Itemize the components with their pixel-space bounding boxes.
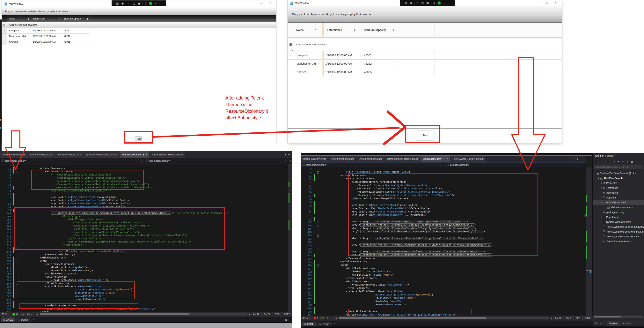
tree-item[interactable]: ◢ ‹› MainWindow.xaml bbox=[593, 200, 644, 205]
tree-item[interactable]: ▷ ‹› App.xaml bbox=[593, 195, 644, 200]
switch-views-icon[interactable]: ⇄ bbox=[608, 160, 612, 163]
grid-row[interactable]: › Manchester Utd. 1/1/1878 12:00:00 AM 7… bbox=[288, 60, 562, 68]
tree-item[interactable]: ⚙ App.config bbox=[593, 190, 644, 195]
minimize-button[interactable]: – bbox=[534, 0, 543, 5]
fold-toggle[interactable]: + bbox=[317, 225, 319, 227]
filter-icon[interactable] bbox=[87, 18, 88, 20]
chevron-down-icon[interactable]: ▾ bbox=[440, 164, 441, 166]
panel-tab[interactable]: Git Chan... bbox=[621, 321, 634, 326]
filter-icon[interactable] bbox=[315, 29, 317, 31]
minimize-button[interactable]: – bbox=[248, 0, 257, 5]
tree-item[interactable]: ▷ ⧉ References bbox=[593, 185, 644, 190]
panel-tab[interactable]: Solution... bbox=[607, 321, 620, 326]
scroll-right-icon[interactable]: ▶ bbox=[248, 313, 251, 315]
add-new-item-row[interactable]: + Click here to add new item bbox=[2, 22, 276, 28]
chevron-down-icon[interactable]: ▾ bbox=[285, 160, 286, 162]
test-button[interactable]: Test bbox=[135, 137, 142, 141]
zoom-select[interactable]: 80 %▾ bbox=[301, 315, 312, 320]
sep-icon[interactable] bbox=[414, 1, 415, 5]
editor-tab[interactable]: System.Windows.xaml × bbox=[357, 156, 384, 162]
live-visual-tree-icon[interactable]: ▤ bbox=[115, 1, 120, 6]
fold-toggle[interactable]: - bbox=[16, 171, 18, 173]
fold-toggle[interactable]: - bbox=[317, 278, 319, 280]
editor-tab[interactable]: TelerikRadGridView.cs × bbox=[0, 151, 28, 158]
horizontal-split-icon[interactable]: ▭ bbox=[288, 319, 290, 321]
close-icon[interactable]: × bbox=[446, 158, 448, 160]
fold-toggle[interactable]: + bbox=[317, 241, 319, 243]
selection-icon[interactable]: ▣ bbox=[137, 1, 142, 6]
column-header-capacity[interactable]: StadiumCapacity bbox=[361, 23, 400, 37]
horizontal-scrollbar[interactable] bbox=[594, 315, 643, 318]
chevron-down-icon[interactable]: ▾ bbox=[141, 160, 142, 162]
editor-tab[interactable]: Telerik.Windo....GridView.xaml × bbox=[450, 156, 486, 162]
tree-item[interactable]: ▦ Solution 'GridViewSample' (1 of 1 bbox=[593, 171, 644, 176]
scroll-left-icon[interactable]: ◀ bbox=[335, 317, 338, 319]
scroll-up-icon[interactable]: ▲ bbox=[288, 164, 292, 166]
filter-icon[interactable] bbox=[392, 29, 394, 31]
gear-icon[interactable]: ⚙ bbox=[288, 153, 290, 156]
maximize-button[interactable]: □ bbox=[543, 0, 552, 5]
editor-tab[interactable]: TelerikRadGridView.cs × bbox=[301, 156, 328, 162]
close-button[interactable]: × bbox=[266, 0, 274, 5]
fold-toggle[interactable]: - bbox=[16, 165, 18, 167]
tree-item[interactable]: ▷ C# TelerikRadGridView.cs bbox=[593, 239, 644, 244]
panel-tab[interactable]: Find and... bbox=[593, 321, 607, 326]
tree-item[interactable]: ‹› Telerik.Windows.Controls.xaml bbox=[593, 234, 644, 239]
filter-icon[interactable] bbox=[28, 18, 30, 20]
display-layout-icon[interactable]: ▢ bbox=[132, 1, 136, 6]
sep-icon[interactable] bbox=[142, 1, 143, 6]
horizontal-scrollbar[interactable] bbox=[40, 313, 247, 315]
vertical-scrollbar[interactable]: ▲ ▼ bbox=[586, 168, 592, 315]
grip-icon[interactable]: ⋮ bbox=[401, 1, 404, 5]
grip-icon[interactable]: ⋮ bbox=[112, 1, 115, 6]
add-new-item-row[interactable]: + Click here to add new item bbox=[288, 38, 562, 52]
search-input[interactable] bbox=[594, 165, 643, 169]
forward-icon[interactable]: → bbox=[598, 160, 603, 163]
editor-tab[interactable]: Telerik.Window...iders.Xaml.dll × bbox=[84, 151, 120, 158]
sep-icon[interactable] bbox=[430, 1, 432, 5]
tree-item[interactable]: ‹› Telerik.Windows.Controls.Input.xaml bbox=[593, 229, 644, 234]
check-icon[interactable]: ✓ bbox=[438, 1, 441, 5]
expander-icon[interactable]: ▷ bbox=[604, 206, 607, 208]
fold-toggle[interactable]: + bbox=[16, 209, 18, 211]
fold-toggle[interactable]: + bbox=[16, 247, 18, 250]
pin-icon[interactable] bbox=[443, 158, 445, 160]
fold-toggle[interactable]: + bbox=[317, 234, 319, 237]
gear-icon[interactable]: ⚙ bbox=[576, 158, 578, 160]
filter-caret-icon[interactable]: ▾ bbox=[616, 160, 621, 163]
filter-icon[interactable] bbox=[354, 29, 356, 31]
check-icon[interactable]: ✓ bbox=[149, 2, 152, 5]
fold-toggle[interactable]: + bbox=[317, 251, 319, 253]
refresh-icon[interactable]: ↻ bbox=[621, 160, 625, 163]
tab-xaml[interactable]: ▣XAML bbox=[302, 322, 316, 326]
fold-toggle[interactable]: - bbox=[317, 171, 319, 174]
record-icon[interactable]: ◉ bbox=[409, 1, 414, 5]
warning-icon[interactable]: ⚠ bbox=[320, 317, 322, 319]
fold-toggle[interactable]: + bbox=[317, 248, 319, 250]
tree-item[interactable]: ▷ c# MainWindow.xaml.cs bbox=[593, 205, 644, 210]
grid-row[interactable]: › Liverpool 1/1/1892 12:00:00 AM 45362 bbox=[2, 28, 90, 34]
maximize-button[interactable]: □ bbox=[257, 0, 266, 5]
fold-toggle[interactable]: - bbox=[16, 273, 18, 275]
tab-design[interactable]: ▭Design bbox=[316, 322, 332, 326]
fold-toggle[interactable]: - bbox=[317, 288, 319, 290]
live-visual-tree-icon[interactable]: ▤ bbox=[404, 1, 408, 5]
editor-tab[interactable]: Telerik.Windo....GridView.xaml × bbox=[150, 151, 185, 158]
grid-row[interactable]: › Chelsea 1/1/1905 12:00:00 AM 42055 bbox=[2, 39, 90, 45]
status-eol[interactable]: CRLF bbox=[582, 315, 593, 320]
tree-item[interactable]: ▷ ‹› Page1.xaml bbox=[593, 215, 644, 219]
popout-icon[interactable]: ⇱ bbox=[33, 318, 35, 321]
breadcrumb[interactable]: ‹› ResourceDictionary ▾ ⇅ bbox=[144, 158, 288, 164]
vertical-split-icon[interactable]: ▣ bbox=[285, 319, 287, 321]
fold-toggle[interactable]: - bbox=[16, 283, 18, 285]
editor-tab[interactable]: System.Windows.xaml × bbox=[56, 151, 84, 158]
error-icon[interactable]: × bbox=[314, 317, 316, 319]
zoom-select[interactable]: 78 %▾ bbox=[0, 312, 11, 317]
tab-design[interactable]: ▭Design bbox=[16, 317, 31, 322]
tree-item[interactable]: ‹› Telerik.Windows.Controls.GridView.xam… bbox=[593, 224, 644, 229]
fold-toggle[interactable]: - bbox=[317, 178, 319, 180]
grid-row[interactable]: › Manchester Utd. 1/1/1878 12:00:00 AM 7… bbox=[2, 34, 90, 39]
properties-icon[interactable]: ▣ bbox=[630, 160, 634, 163]
expander-icon[interactable]: ▷ bbox=[600, 240, 603, 242]
select-element-icon[interactable]: ↖ bbox=[415, 1, 420, 5]
